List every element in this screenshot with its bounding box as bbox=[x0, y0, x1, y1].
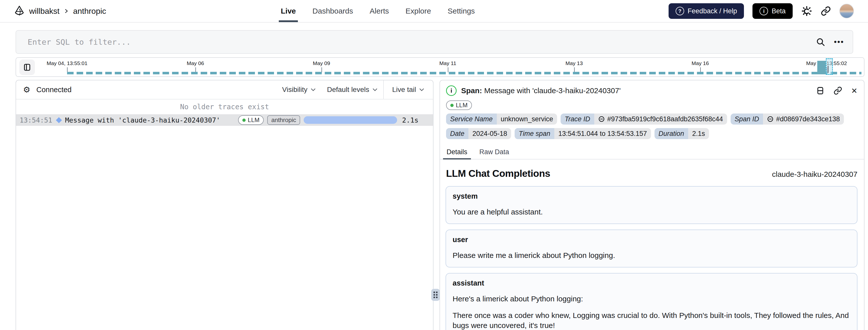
trace-list-panel: ⚙ Connected Visibility Default levels Li… bbox=[16, 80, 434, 330]
date-chip: Date 2024-05-18 bbox=[446, 128, 511, 139]
attribute-value: #d08697de343ce138 bbox=[776, 115, 840, 123]
message-role: system bbox=[453, 192, 850, 201]
duration-text: 2.1s bbox=[402, 116, 418, 124]
llm-tag-pill[interactable]: LLM bbox=[446, 100, 472, 110]
link-icon bbox=[834, 86, 842, 95]
message-card-system: system You are a helpful assistant. bbox=[445, 186, 858, 224]
close-panel-button[interactable]: ✕ bbox=[851, 86, 858, 95]
message-role: user bbox=[453, 236, 850, 244]
tab-dashboards[interactable]: Dashboards bbox=[312, 0, 353, 22]
tab-raw-data[interactable]: Raw Data bbox=[479, 146, 510, 159]
message-text: Here's a limerick about Python logging: bbox=[453, 294, 850, 304]
more-options-button[interactable]: ••• bbox=[834, 38, 844, 46]
attribute-value: 2.1s bbox=[688, 128, 709, 139]
span-info-icon: i bbox=[446, 85, 457, 96]
span-attributes-row-2: Date 2024-05-18 Time span 13:54:51.044 t… bbox=[440, 125, 864, 139]
timeline-selection-window[interactable] bbox=[826, 58, 833, 75]
attribute-label: Span ID bbox=[731, 114, 763, 125]
default-levels-label: Default levels bbox=[327, 86, 369, 94]
search-icon bbox=[816, 37, 825, 47]
attribute-label: Time span bbox=[515, 128, 554, 139]
tab-settings[interactable]: Settings bbox=[447, 0, 475, 22]
trace-list-header: ⚙ Connected Visibility Default levels Li… bbox=[16, 80, 433, 99]
trace-id-chip[interactable]: Trace ID #973fba5919cf9c618aafdb2635f68c… bbox=[561, 114, 727, 125]
span-title: Span: Message with 'claude-3-haiku-20240… bbox=[461, 86, 621, 95]
span-header: i Span: Message with 'claude-3-haiku-202… bbox=[440, 80, 864, 99]
sun-moon-icon bbox=[801, 5, 812, 17]
timeline-strip: May 04, 13:55:01 May 06 May 09 May 11 Ma… bbox=[16, 57, 865, 77]
timeline-tick bbox=[448, 67, 448, 72]
timeline-tick-label: May 16 bbox=[692, 60, 709, 66]
tab-live[interactable]: Live bbox=[281, 0, 296, 22]
live-tail-dropdown[interactable]: Live tail bbox=[387, 86, 430, 94]
attribute-value: 13:54:51.044 to 13:54:53.157 bbox=[554, 128, 651, 139]
settings-gear-icon[interactable]: ⚙ bbox=[23, 86, 30, 94]
span-diamond-icon bbox=[56, 117, 62, 123]
span-title-text: Message with 'claude-3-haiku-20240307' bbox=[484, 86, 621, 95]
nav-tabs: Live Dashboards Alerts Explore Settings bbox=[281, 0, 475, 22]
message-text: You are a helpful assistant. bbox=[453, 207, 850, 217]
time-span-chip: Time span 13:54:51.044 to 13:54:53.157 bbox=[515, 128, 651, 139]
message-text: Please write me a limerick about Python … bbox=[453, 250, 850, 261]
project-tag-pill[interactable]: anthropic bbox=[267, 115, 300, 125]
tab-details[interactable]: Details bbox=[446, 146, 468, 159]
span-detail-tabs: Details Raw Data bbox=[440, 146, 864, 159]
attribute-value: #973fba5919cf9c618aafdb2635f68c44 bbox=[607, 115, 723, 123]
chevron-down-icon bbox=[310, 88, 316, 91]
app-root: willbakst anthropic Live Dashboards Aler… bbox=[0, 0, 868, 330]
green-dot-icon bbox=[242, 119, 246, 122]
copy-link-button[interactable] bbox=[834, 86, 842, 95]
message-text: There once was a coder who knew, Logging… bbox=[453, 310, 850, 330]
chevron-down-icon bbox=[419, 88, 425, 91]
timeline-tick bbox=[67, 67, 68, 72]
timeline-histogram-bar bbox=[817, 61, 826, 74]
trace-timestamp: 13:54:51 bbox=[20, 116, 52, 124]
top-navbar: willbakst anthropic Live Dashboards Aler… bbox=[0, 0, 868, 23]
logfire-logo-icon[interactable] bbox=[14, 5, 25, 17]
trace-row[interactable]: 13:54:51 Message with 'claude-3-haiku-20… bbox=[16, 114, 433, 126]
tab-alerts[interactable]: Alerts bbox=[370, 0, 389, 22]
share-link-button[interactable] bbox=[821, 6, 831, 16]
timeline-track[interactable]: May 04, 13:55:01 May 06 May 09 May 11 Ma… bbox=[16, 58, 864, 76]
timeline-tick bbox=[195, 67, 196, 72]
default-levels-dropdown[interactable]: Default levels bbox=[321, 80, 383, 99]
span-attributes-row-1: Service Name unknown_service Trace ID #9… bbox=[440, 110, 864, 125]
beta-label: Beta bbox=[772, 7, 786, 15]
timeline-activity-line bbox=[67, 72, 862, 74]
feedback-help-button[interactable]: ? Feedback / Help bbox=[669, 3, 744, 19]
attribute-label: Date bbox=[446, 128, 468, 139]
question-circle-icon: ? bbox=[676, 7, 684, 15]
timeline-tick-label: May 09 bbox=[313, 60, 330, 66]
visibility-label: Visibility bbox=[282, 86, 307, 94]
panel-resize-handle[interactable] bbox=[431, 289, 440, 301]
span-label: Span: bbox=[461, 86, 482, 95]
section-title: LLM Chat Completions bbox=[446, 168, 550, 179]
attribute-label: Duration bbox=[654, 128, 688, 139]
timeline-tick-label: May 13 bbox=[566, 60, 583, 66]
span-id-chip[interactable]: Span ID #d08697de343ce138 bbox=[731, 114, 844, 125]
sql-filter-bar: ••• bbox=[16, 30, 853, 54]
timeline-tick-label: May 04, 13:55:01 bbox=[47, 60, 87, 66]
timeline-tick bbox=[574, 67, 575, 72]
sql-filter-input[interactable] bbox=[28, 37, 816, 47]
connection-status: Connected bbox=[36, 86, 71, 94]
link-icon bbox=[767, 116, 774, 122]
visibility-dropdown[interactable]: Visibility bbox=[277, 80, 321, 99]
theme-toggle-button[interactable] bbox=[801, 5, 812, 17]
breadcrumb-project[interactable]: anthropic bbox=[73, 6, 106, 16]
message-role: assistant bbox=[453, 279, 850, 287]
llm-tag-label: LLM bbox=[248, 117, 260, 124]
beta-button[interactable]: i Beta bbox=[752, 3, 793, 19]
split-panel-icon bbox=[816, 86, 825, 95]
llm-tag-pill[interactable]: LLM bbox=[238, 115, 264, 125]
tab-explore[interactable]: Explore bbox=[405, 0, 431, 22]
breadcrumb: willbakst anthropic bbox=[14, 5, 106, 17]
user-avatar[interactable] bbox=[839, 4, 854, 18]
search-button[interactable] bbox=[816, 37, 825, 47]
timeline-tick bbox=[700, 67, 701, 72]
chevron-right-icon bbox=[64, 8, 68, 14]
link-icon bbox=[598, 116, 605, 122]
split-view-button[interactable] bbox=[816, 86, 825, 95]
breadcrumb-org[interactable]: willbakst bbox=[29, 6, 60, 16]
chevron-down-icon bbox=[372, 88, 378, 91]
